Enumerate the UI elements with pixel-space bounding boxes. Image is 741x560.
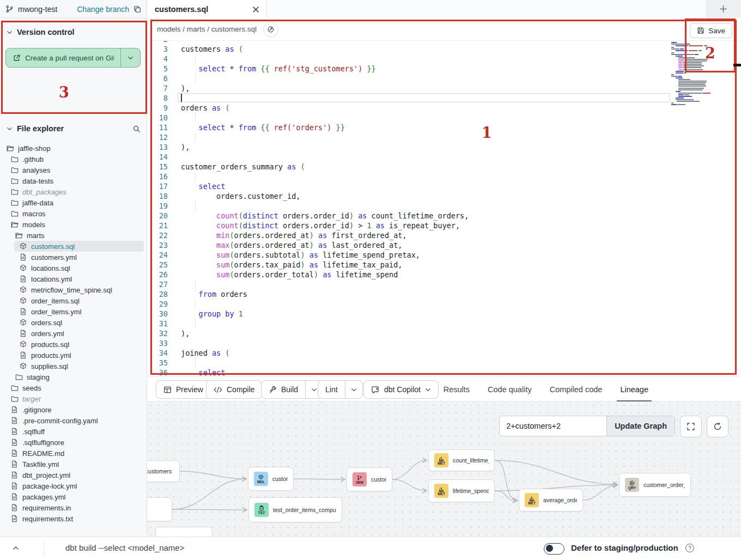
file-tree-item-requirements-txt[interactable]: requirements.txt <box>0 513 147 524</box>
file-tree-item-dbt-project-yml[interactable]: dbt_project.yml <box>0 470 147 480</box>
tab-customers-sql[interactable]: customers.sql <box>147 0 267 19</box>
file-tree-item-locations-yml[interactable]: locations.yml <box>0 273 147 284</box>
code-line-4[interactable]: 4 <box>147 54 734 64</box>
code-line-31[interactable]: 31 <box>147 319 734 328</box>
code-line-13[interactable]: 13), <box>147 142 734 152</box>
create-pull-request-button[interactable]: Create a pull request on Git... <box>5 48 141 68</box>
dbt-copilot-button[interactable]: dbt Copilot <box>363 380 439 399</box>
file-tree-item--sqlfluff[interactable]: .sqlfluff <box>0 426 147 437</box>
lineage-node-stg_customers[interactable]: stg_customers <box>147 460 180 482</box>
file-tree-item-requirements-in[interactable]: requirements.in <box>0 502 147 513</box>
file-tree-item-products-sql[interactable]: products.sql <box>0 339 147 350</box>
file-tree-item-taskfile-yml[interactable]: Taskfile.yml <box>0 459 147 470</box>
tab-results[interactable]: Results <box>444 376 470 402</box>
lineage-node-tst_order_items[interactable]: TSTtest_order_items_compute_to_bools... <box>248 497 342 522</box>
file-tree-item-order-items-sql[interactable]: order_items.sql <box>0 295 147 306</box>
compile-button[interactable]: Compile <box>206 380 262 399</box>
file-tree-item-jaffle-data[interactable]: jaffle-data <box>0 197 147 208</box>
code-line-8[interactable]: 8 <box>147 93 734 103</box>
close-icon[interactable] <box>253 7 259 13</box>
code-line-22[interactable]: 22 min(orders.ordered_at) as first_order… <box>147 230 734 240</box>
code-line-36[interactable]: 36 select <box>147 368 734 376</box>
chevron-up-icon[interactable] <box>12 544 20 552</box>
code-line-9[interactable]: 9orders as ( <box>147 103 734 113</box>
file-tree-item-orders-sql[interactable]: orders.sql <box>0 317 147 328</box>
file-tree-item--github[interactable]: .github <box>0 154 147 165</box>
code-line-28[interactable]: 28 from orders <box>147 289 734 299</box>
code-line-33[interactable]: 33 <box>147 338 734 348</box>
new-tab-button[interactable] <box>706 0 741 18</box>
code-line-11[interactable]: 11 select * from {{ ref('orders') }} <box>147 123 734 132</box>
search-icon[interactable] <box>132 125 141 133</box>
code-line-3[interactable]: 3customers as ( <box>147 44 734 54</box>
code-line-32[interactable]: 32), <box>147 328 734 338</box>
command-input[interactable]: dbt build --select <model_name> <box>65 543 184 552</box>
lineage-selector-input[interactable]: 2+customers+2 <box>500 416 606 436</box>
save-button[interactable]: Save <box>690 23 732 38</box>
code-line-24[interactable]: 24 sum(orders.subtotal) as lifetime_spen… <box>147 250 734 260</box>
file-tree-item-models[interactable]: models <box>0 219 147 230</box>
tab-code-quality[interactable]: Code quality <box>488 376 532 402</box>
minimap[interactable] <box>671 42 715 106</box>
lineage-panel[interactable]: stg_customersordersMDLcustomersTSTtest_o… <box>147 401 741 537</box>
code-line-20[interactable]: 20 count(distinct orders.order_id) as co… <box>147 211 734 221</box>
file-tree-item-metricflow-time-spine-sql[interactable]: metricflow_time_spine.sql <box>0 284 147 295</box>
version-control-header[interactable]: Version control <box>0 26 147 39</box>
file-tree-item--pre-commit-config-yaml[interactable]: .pre-commit-config.yaml <box>0 415 147 426</box>
file-tree-item-products-yml[interactable]: products.yml <box>0 350 147 361</box>
code-line-21[interactable]: 21 count(distinct orders.order_id) > 1 a… <box>147 221 734 230</box>
change-branch-link[interactable]: Change branch <box>77 5 129 14</box>
refresh-button[interactable] <box>707 416 728 437</box>
code-editor[interactable]: 23customers as (45 select * from {{ ref(… <box>147 41 734 376</box>
file-tree-item-orders-yml[interactable]: orders.yml <box>0 328 147 339</box>
code-line-14[interactable]: 14 <box>147 152 734 162</box>
code-line-7[interactable]: 7), <box>147 83 734 93</box>
lint-dropdown[interactable] <box>345 381 362 398</box>
file-tree-item-seeds[interactable]: seeds <box>0 382 147 393</box>
lineage-node-sem_customers[interactable]: SEMcustomers <box>347 467 392 491</box>
code-line-18[interactable]: 18 orders.customer_id, <box>147 191 734 201</box>
fullscreen-button[interactable] <box>680 416 702 437</box>
lineage-node-mdl_customers[interactable]: MDLcustomers <box>248 467 294 491</box>
update-graph-button[interactable]: Update Graph <box>606 416 675 436</box>
code-line-19[interactable]: 19 <box>147 201 734 211</box>
pull-request-dropdown[interactable] <box>120 48 140 67</box>
preview-button[interactable]: Preview <box>156 380 211 399</box>
lineage-node-cut_bottom[interactable] <box>155 527 212 537</box>
code-line-27[interactable]: 27 <box>147 279 734 289</box>
code-line-17[interactable]: 17 select <box>147 181 734 191</box>
code-line-25[interactable]: 25 sum(orders.tax_paid) as lifetime_tax_… <box>147 260 734 270</box>
editor-scrollbar[interactable] <box>734 41 741 376</box>
lineage-node-met_lifetime_spend_pretax[interactable]: METlifetime_spend_pretax <box>428 479 495 502</box>
file-tree-item-macros[interactable]: macros <box>0 208 147 219</box>
code-line-15[interactable]: 15customer_orders_summary as ( <box>147 162 734 172</box>
tab-lineage[interactable]: Lineage <box>620 376 648 402</box>
code-line-10[interactable]: 10 <box>147 113 734 123</box>
lineage-node-met_average_order_value[interactable]: METaverage_order_value <box>519 489 583 512</box>
copy-icon[interactable] <box>133 5 141 13</box>
file-tree-item-data-tests[interactable]: data-tests <box>0 175 147 186</box>
code-line-6[interactable]: 6 <box>147 74 734 83</box>
file-explorer-header[interactable]: File explorer <box>0 122 147 135</box>
code-line-35[interactable]: 35 <box>147 358 734 368</box>
file-tree-item-analyses[interactable]: analyses <box>0 165 147 175</box>
file-lineage-icon-button[interactable] <box>263 22 278 37</box>
code-line-29[interactable]: 29 <box>147 299 734 309</box>
lint-button[interactable]: Lint <box>318 380 363 399</box>
defer-toggle[interactable] <box>544 543 564 555</box>
create-pull-request-main[interactable]: Create a pull request on Git... <box>6 54 120 62</box>
code-line-34[interactable]: 34joined as ( <box>147 348 734 358</box>
lineage-node-qry_customer_order_metrics[interactable]: QRYcustomer_order_metrics <box>619 473 691 497</box>
code-line-5[interactable]: 5 select * from {{ ref('stg_customers') … <box>147 64 734 74</box>
file-tree-item-packages-yml[interactable]: packages.yml <box>0 491 147 502</box>
file-tree-item-target[interactable]: target <box>0 393 147 404</box>
file-tree-item-supplies-sql[interactable]: supplies.sql <box>0 361 147 372</box>
code-line-30[interactable]: 30 group by 1 <box>147 309 734 319</box>
help-icon[interactable]: ? <box>685 544 694 552</box>
file-tree-item--sqlfluffignore[interactable]: .sqlfluffignore <box>0 437 147 448</box>
lineage-node-orders[interactable]: orders <box>147 497 172 521</box>
file-tree-item-locations-sql[interactable]: locations.sql <box>0 263 147 273</box>
tab-compiled-code[interactable]: Compiled code <box>550 376 603 402</box>
file-tree-item-jaffle-shop[interactable]: jaffle-shop <box>0 143 147 154</box>
file-tree-item-customers-sql[interactable]: customers.sql <box>14 241 144 252</box>
